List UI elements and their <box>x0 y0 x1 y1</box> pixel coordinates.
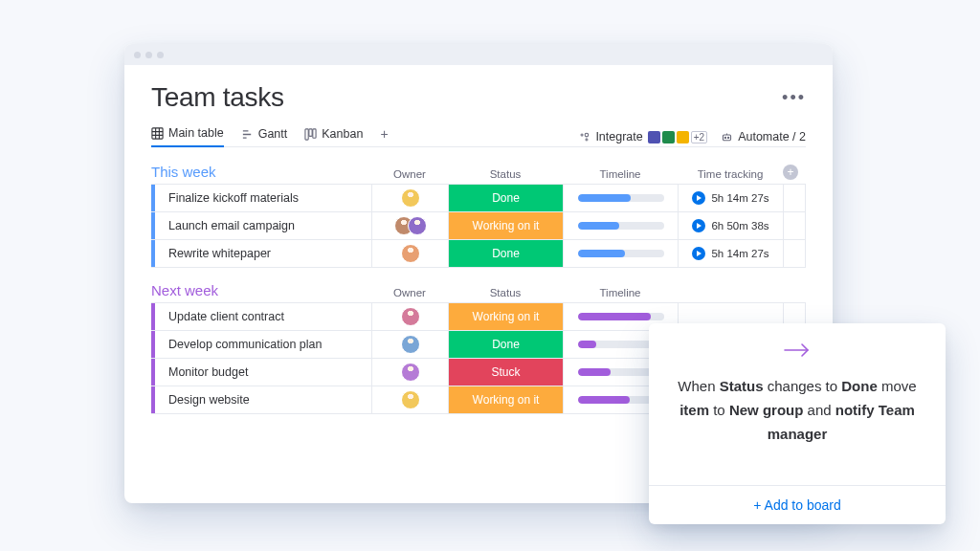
table-row[interactable]: Launch email campaign Working on it 6h 5… <box>151 211 806 240</box>
task-name[interactable]: Rewrite whitepaper <box>151 240 371 267</box>
time-tracking-cell[interactable]: 5h 14m 27s <box>678 240 783 267</box>
automate-label: Automate / 2 <box>738 130 806 143</box>
timeline-cell[interactable] <box>563 240 678 267</box>
avatar[interactable] <box>408 216 427 235</box>
timeline-bar[interactable] <box>578 222 664 230</box>
column-header-owner[interactable]: Owner <box>371 168 448 180</box>
column-header-timeline[interactable]: Timeline <box>563 168 678 180</box>
board-menu-button[interactable]: ••• <box>782 88 806 108</box>
integration-chips: +2 <box>648 131 707 143</box>
group-title[interactable]: Next week <box>151 282 371 298</box>
svg-point-7 <box>728 137 729 138</box>
svg-rect-2 <box>309 128 312 135</box>
automation-recipe-text: When Status changes to Done move item to… <box>670 375 924 446</box>
column-header-owner[interactable]: Owner <box>371 287 448 298</box>
app-chip-icon <box>677 131 689 143</box>
play-icon[interactable] <box>692 219 705 232</box>
owner-cell[interactable] <box>371 386 448 413</box>
svg-rect-3 <box>313 128 316 137</box>
arrow-right-icon <box>781 341 813 364</box>
table-row[interactable]: Rewrite whitepaper Done 5h 14m 27s <box>151 239 806 268</box>
column-header-status[interactable]: Status <box>448 168 563 180</box>
task-name[interactable]: Finalize kickoff materials <box>151 185 371 211</box>
tab-label: Gantt <box>258 127 288 141</box>
avatar[interactable] <box>401 363 420 382</box>
owner-cell[interactable] <box>371 331 448 358</box>
avatar[interactable] <box>401 335 420 354</box>
play-icon[interactable] <box>692 247 705 260</box>
add-view-button[interactable]: + <box>380 126 388 147</box>
table-row[interactable]: Finalize kickoff materials Done 5h 14m 2… <box>151 184 806 212</box>
traffic-dot <box>157 52 164 58</box>
owner-cell[interactable] <box>371 359 448 386</box>
timeline-bar[interactable] <box>578 313 664 320</box>
time-tracked: 5h 14m 27s <box>711 192 768 204</box>
add-to-board-button[interactable]: + Add to board <box>649 485 946 524</box>
automate-button[interactable]: Automate / 2 <box>721 130 806 143</box>
tab-kanban[interactable]: Kanban <box>304 127 363 146</box>
add-column-button[interactable]: + <box>783 165 798 180</box>
owner-cell[interactable] <box>371 185 448 211</box>
page-title: Team tasks <box>151 82 284 113</box>
status-cell[interactable]: Stuck <box>449 359 563 386</box>
avatar[interactable] <box>401 307 420 326</box>
time-tracked: 6h 50m 38s <box>711 220 768 231</box>
avatar[interactable] <box>401 244 420 263</box>
tab-label: Main table <box>168 126 224 140</box>
traffic-dot <box>145 52 152 58</box>
grid-icon <box>151 127 164 140</box>
owner-cell[interactable] <box>371 240 448 267</box>
row-spacer <box>783 240 802 267</box>
tab-gantt[interactable]: Gantt <box>241 127 288 146</box>
task-name[interactable]: Monitor budget <box>151 359 371 386</box>
traffic-dot <box>134 52 141 58</box>
row-spacer <box>783 185 802 211</box>
view-tabs: Main tableGanttKanban+ <box>151 126 389 147</box>
owner-cell[interactable] <box>371 303 448 330</box>
window-titlebar <box>124 44 833 65</box>
tab-label: Kanban <box>322 127 363 141</box>
column-header-timeline[interactable]: Timeline <box>563 287 678 298</box>
task-name[interactable]: Develop communication plan <box>151 331 371 358</box>
avatar[interactable] <box>401 390 420 409</box>
integrate-label: Integrate <box>595 130 642 143</box>
task-name[interactable]: Design website <box>151 386 371 413</box>
svg-rect-0 <box>152 127 163 138</box>
more-integrations-badge[interactable]: +2 <box>691 131 707 143</box>
kanban-icon <box>304 128 317 141</box>
status-cell[interactable]: Done <box>449 240 563 267</box>
time-tracked: 5h 14m 27s <box>711 248 768 259</box>
group-title[interactable]: This week <box>151 164 371 180</box>
status-cell[interactable]: Done <box>449 185 563 211</box>
play-icon[interactable] <box>692 191 705 205</box>
column-header-time-tracking[interactable]: Time tracking <box>678 168 783 180</box>
time-tracking-cell[interactable]: 5h 14m 27s <box>678 185 783 211</box>
avatar[interactable] <box>401 188 420 208</box>
svg-rect-1 <box>305 128 308 139</box>
status-cell[interactable]: Working on it <box>449 212 563 239</box>
integrate-icon <box>578 131 590 143</box>
app-chip-icon <box>662 131 675 143</box>
timeline-cell[interactable] <box>563 185 678 211</box>
svg-point-4 <box>586 133 590 137</box>
time-tracking-cell[interactable]: 6h 50m 38s <box>678 212 783 239</box>
task-name[interactable]: Launch email campaign <box>151 212 371 239</box>
robot-icon <box>721 131 733 143</box>
gantt-icon <box>241 128 254 141</box>
status-cell[interactable]: Working on it <box>449 303 563 330</box>
task-name[interactable]: Update client contract <box>151 303 371 330</box>
svg-point-6 <box>724 137 725 138</box>
app-chip-icon <box>648 131 660 143</box>
status-cell[interactable]: Done <box>449 331 563 358</box>
status-cell[interactable]: Working on it <box>449 386 563 413</box>
integrate-button[interactable]: Integrate +2 <box>578 130 707 143</box>
timeline-cell[interactable] <box>563 212 678 239</box>
column-header-status[interactable]: Status <box>448 287 563 298</box>
tab-main-table[interactable]: Main table <box>151 126 224 147</box>
svg-rect-5 <box>724 135 731 141</box>
automation-card: When Status changes to Done move item to… <box>649 323 946 524</box>
row-spacer <box>783 212 802 239</box>
timeline-bar[interactable] <box>578 194 664 202</box>
owner-cell[interactable] <box>371 212 448 239</box>
timeline-bar[interactable] <box>578 250 664 257</box>
